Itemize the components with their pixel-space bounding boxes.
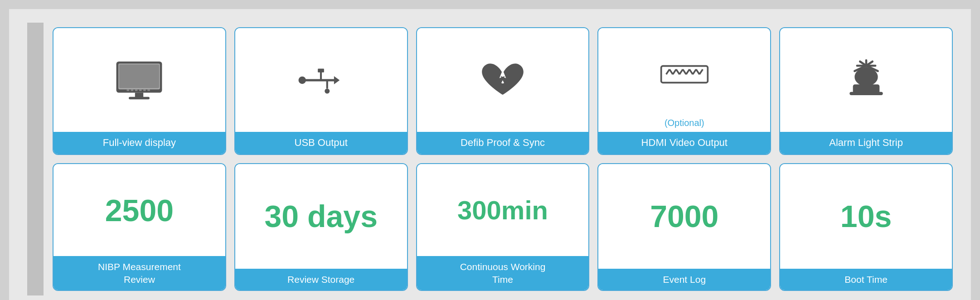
full-view-display-label: Full-view display [53,132,225,154]
card-defib: Defib Proof & Sync [416,27,590,155]
full-view-display-icon-area [53,28,225,132]
working-time-value: 300min [417,164,589,256]
event-log-label: Event Log [598,269,770,290]
card-hdmi: (Optional) HDMI Video Output [597,27,771,155]
svg-rect-18 [661,66,708,83]
svg-rect-7 [135,89,138,91]
defib-icon-area [417,28,589,132]
card-event-log: 7000 Event Log [597,163,771,291]
boot-time-label: Boot Time [780,269,952,290]
svg-rect-6 [131,89,134,91]
card-alarm: Alarm Light Strip [779,27,953,155]
boot-time-value: 10s [780,164,952,269]
hdmi-optional-text: (Optional) [598,117,770,132]
defib-icon [478,58,528,103]
working-time-label: Continuous WorkingTime [417,256,589,290]
svg-point-38 [862,67,870,75]
card-working-time: 300min Continuous WorkingTime [416,163,590,291]
left-gray-bar [27,23,44,295]
card-boot-time: 10s Boot Time [779,163,953,291]
usb-output-label: USB Output [235,132,407,154]
card-nibp: 2500 NIBP MeasurementReview [53,163,226,291]
svg-line-29 [699,69,703,74]
svg-rect-10 [148,89,150,91]
hdmi-label: HDMI Video Output [598,132,770,154]
grid-container: Full-view display [53,23,953,295]
alarm-label: Alarm Light Strip [780,132,952,154]
card-full-view-display: Full-view display [53,27,226,155]
card-usb-output: USB Output [234,27,408,155]
svg-rect-4 [129,97,150,99]
alarm-icon [841,58,891,103]
card-review-storage: 30 days Review Storage [234,163,408,291]
monitor-icon [114,58,164,103]
page-wrapper: Full-view display [9,9,971,300]
usb-output-icon-area [235,28,407,132]
usb-icon [296,58,346,103]
svg-rect-40 [849,92,883,95]
nibp-label: NIBP MeasurementReview [53,256,225,290]
defib-label: Defib Proof & Sync [417,132,589,154]
svg-rect-15 [318,68,324,72]
svg-rect-5 [127,89,130,91]
svg-rect-2 [119,64,159,88]
event-log-value: 7000 [598,164,770,269]
review-storage-label: Review Storage [235,269,407,290]
svg-marker-13 [334,76,340,84]
nibp-value: 2500 [53,164,225,256]
svg-rect-8 [139,89,142,91]
hdmi-icon-area [598,28,770,117]
svg-rect-9 [144,89,146,91]
review-storage-value: 30 days [235,164,407,269]
svg-point-17 [325,88,330,93]
svg-point-12 [299,76,306,84]
hdmi-icon [660,52,709,97]
alarm-icon-area [780,28,952,132]
